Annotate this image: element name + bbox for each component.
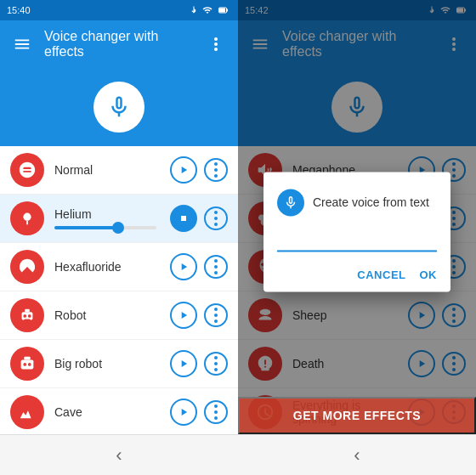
helium-slider-row: Helium <box>54 207 170 229</box>
dialog-text-input[interactable] <box>277 229 437 252</box>
dots-icon <box>214 211 218 226</box>
big-robot-more-btn[interactable] <box>204 352 228 376</box>
list-item: Helium <box>0 195 238 243</box>
right-bottom-nav: ‹ <box>238 434 476 475</box>
left-header-title: Voice changer with effects <box>44 29 194 59</box>
left-menu-icon[interactable] <box>10 32 34 56</box>
left-mic-area <box>0 68 238 146</box>
helium-icon <box>10 201 44 235</box>
status-time-left: 15:40 <box>7 5 31 15</box>
wifi-icon <box>201 5 213 15</box>
dots-icon <box>214 356 218 371</box>
normal-play-btn[interactable] <box>170 156 197 184</box>
normal-icon <box>10 153 44 187</box>
svg-point-12 <box>28 314 31 318</box>
svg-rect-10 <box>25 309 30 313</box>
normal-more-btn[interactable] <box>204 158 228 182</box>
helium-slider-track[interactable] <box>54 226 156 229</box>
dialog-buttons: CANCEL OK <box>277 269 437 281</box>
big-robot-icon <box>10 347 44 381</box>
robot-icon <box>10 298 44 332</box>
left-status-bar: 15:40 <box>0 0 238 20</box>
robot-label: Robot <box>54 308 170 322</box>
svg-point-4 <box>214 42 218 46</box>
dialog-title: Create voice from text <box>313 195 429 209</box>
left-back-button[interactable]: ‹ <box>116 444 122 467</box>
get-more-text: GET MORE EFFECTS <box>293 409 421 422</box>
svg-rect-8 <box>181 216 186 221</box>
dialog-cancel-button[interactable]: CANCEL <box>357 269 405 281</box>
cave-play-btn[interactable] <box>170 399 197 426</box>
left-more-icon[interactable] <box>204 32 228 56</box>
robot-more-btn[interactable] <box>204 303 228 327</box>
dialog-ok-button[interactable]: OK <box>420 269 438 281</box>
hexafluoride-icon <box>10 250 44 284</box>
left-mic-button[interactable] <box>94 82 144 133</box>
helium-label: Helium <box>54 207 170 221</box>
hexafluoride-label: Hexafluoride <box>54 260 170 274</box>
svg-point-3 <box>214 37 218 41</box>
status-icons-left <box>189 5 231 15</box>
normal-label: Normal <box>54 163 170 177</box>
list-item: Robot <box>0 291 238 340</box>
svg-rect-13 <box>24 319 30 321</box>
cave-more-btn[interactable] <box>204 400 228 424</box>
right-back-button[interactable]: ‹ <box>354 444 360 467</box>
dialog-mic-icon <box>277 189 304 216</box>
get-more-effects-button[interactable]: GET MORE EFFECTS <box>238 397 476 434</box>
svg-point-5 <box>214 48 218 51</box>
dots-icon <box>214 308 218 323</box>
left-time: 15:40 <box>7 5 31 15</box>
cave-icon <box>10 395 44 429</box>
svg-point-11 <box>23 314 26 318</box>
create-voice-dialog: Create voice from text CANCEL OK <box>264 172 450 291</box>
cave-label: Cave <box>54 405 170 419</box>
hexafluoride-play-btn[interactable] <box>170 253 197 280</box>
left-bottom-nav: ‹ <box>0 434 238 475</box>
svg-rect-2 <box>219 8 225 13</box>
dots-icon <box>214 162 218 178</box>
svg-rect-14 <box>21 359 34 369</box>
left-panel: 15:40 Voice changer with effects <box>0 0 238 475</box>
helium-slider-fill <box>54 226 116 229</box>
robot-play-btn[interactable] <box>170 302 197 329</box>
helium-slider-thumb <box>112 222 124 234</box>
list-item: Big robot <box>0 340 238 388</box>
right-panel: 15:42 Voice changer with effects <box>238 0 476 475</box>
hexafluoride-more-btn[interactable] <box>204 255 228 279</box>
svg-point-17 <box>28 363 31 366</box>
helium-stop-btn[interactable] <box>170 205 197 232</box>
big-robot-play-btn[interactable] <box>170 350 197 377</box>
svg-rect-1 <box>227 9 229 12</box>
mic-icon <box>106 94 132 120</box>
helium-more-btn[interactable] <box>204 206 228 230</box>
big-robot-label: Big robot <box>54 357 170 370</box>
bluetooth-icon <box>189 5 199 15</box>
svg-point-6 <box>23 213 31 221</box>
list-item: Cave <box>0 388 238 434</box>
battery-icon <box>216 5 231 15</box>
dialog-header: Create voice from text <box>277 189 437 216</box>
list-item: Hexafluoride <box>0 243 238 291</box>
left-header: Voice changer with effects <box>0 20 238 68</box>
left-effect-list: Normal Helium <box>0 146 238 434</box>
svg-rect-15 <box>24 357 30 360</box>
dots-icon <box>214 404 218 420</box>
dots-icon <box>214 259 218 274</box>
list-item: Normal <box>0 146 238 195</box>
svg-point-16 <box>23 363 26 366</box>
